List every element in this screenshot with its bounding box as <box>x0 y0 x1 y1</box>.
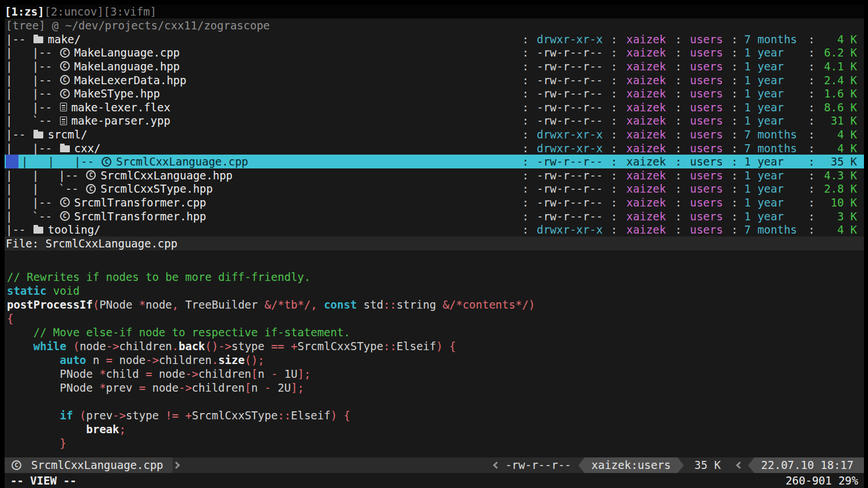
file-size: 10 K <box>821 196 857 209</box>
code-line <box>7 256 864 270</box>
file-mtime: 1 year <box>744 196 802 209</box>
column-separator: : <box>809 155 815 168</box>
column-separator: : <box>611 142 617 155</box>
column-separator: : <box>809 74 815 87</box>
column-separator: : <box>675 87 682 100</box>
tree-prefix: | `-- <box>6 210 59 223</box>
folder-icon <box>33 227 43 234</box>
mode-line: -- VIEW -- 260-901 29% <box>5 473 864 488</box>
column-separator: : <box>611 74 617 87</box>
file-owner: xaizek <box>624 74 669 87</box>
file-perms: drwxr-xr-x <box>535 223 604 236</box>
file-row[interactable]: | |-- CSrcmlTransformer.cpp:-rw-r--r--:x… <box>5 196 864 209</box>
column-separator: : <box>809 142 815 155</box>
tree-prefix: | | `-- <box>6 182 85 195</box>
file-perms: -rw-r--r-- <box>535 87 604 100</box>
file-name: cxx/ <box>74 142 101 155</box>
cpp-icon: C <box>60 61 70 71</box>
tabs-inactive[interactable]: [2:uncov][3:vifm] <box>44 5 156 18</box>
column-separator: : <box>675 196 682 209</box>
column-separator: : <box>675 142 682 155</box>
file-row[interactable]: | |-- CMakeLexerData.hpp:-rw-r--r--:xaiz… <box>5 73 864 87</box>
file-size: 4.1 K <box>821 60 857 73</box>
column-separator: : <box>611 210 617 223</box>
column-separator: : <box>809 114 815 127</box>
column-separator: : <box>611 60 617 73</box>
cpp-icon: C <box>86 184 96 194</box>
file-group: users <box>688 60 725 73</box>
file-owner: xaizek <box>624 155 669 168</box>
column-separator: : <box>675 33 682 46</box>
file-row[interactable]: | |-- make-lexer.flex:-rw-r--r--:xaizek:… <box>5 100 864 114</box>
file-row[interactable]: | |-- CMakeSType.hpp:-rw-r--r--:xaizek:u… <box>5 87 864 100</box>
file-mtime: 1 year <box>744 182 802 195</box>
file-mtime: 1 year <box>744 101 802 114</box>
status-owner-group: xaizek:users <box>585 457 678 473</box>
file-group: users <box>688 114 725 127</box>
file-owner: xaizek <box>624 33 669 46</box>
file-perms: -rw-r--r-- <box>535 210 604 223</box>
file-owner: xaizek <box>624 101 669 114</box>
column-separator: : <box>731 196 738 209</box>
column-separator: : <box>731 74 738 87</box>
status-size: 35 K <box>694 459 721 471</box>
file-perms: -rw-r--r-- <box>535 101 604 114</box>
column-separator: : <box>611 87 617 100</box>
column-separator: : <box>731 87 738 100</box>
column-separator: : <box>522 74 529 87</box>
file-row[interactable]: | | |-- CSrcmlCxxLanguage.hpp:-rw-r--r--… <box>5 168 864 182</box>
column-separator: : <box>675 223 682 236</box>
column-separator: : <box>522 87 529 100</box>
column-separator: : <box>522 33 529 46</box>
column-separator: : <box>675 114 682 127</box>
column-separator: : <box>731 46 738 59</box>
column-separator: : <box>809 196 815 209</box>
status-filename: SrcmlCxxLanguage.cpp <box>31 459 163 471</box>
column-separator: : <box>611 101 617 114</box>
column-separator: : <box>611 46 617 59</box>
file-row[interactable]: |-- tooling/:drwxr-xr-x:xaizek:users:7 m… <box>5 223 864 237</box>
file-row[interactable]: | | |-- CSrcmlCxxLanguage.cpp:-rw-r--r--… <box>5 155 864 168</box>
file-group: users <box>688 101 725 114</box>
preview-pane: // Rewrites if nodes to be more diff-fri… <box>5 250 864 457</box>
tree-prefix: |-- <box>6 128 32 141</box>
column-separator: : <box>611 196 617 209</box>
file-row[interactable]: | `-- make-parser.ypp:-rw-r--r--:xaizek:… <box>5 114 864 128</box>
file-name: make-lexer.flex <box>72 101 171 114</box>
file-perms: drwxr-xr-x <box>535 128 604 141</box>
file-row[interactable]: | | `-- CSrcmlCxxSType.hpp:-rw-r--r--:xa… <box>5 182 864 196</box>
file-name: SrcmlTransformer.hpp <box>74 210 207 223</box>
file-row[interactable]: |-- make/:drwxr-xr-x:xaizek:users:7 mont… <box>5 32 864 46</box>
file-name: make-parser.ypp <box>72 114 171 127</box>
tree-prefix: | |-- <box>6 87 59 100</box>
code-line: postProcessIf(PNode *node, TreeBuilder &… <box>7 298 864 311</box>
file-row[interactable]: | `-- CSrcmlTransformer.hpp:-rw-r--r--:x… <box>5 209 864 223</box>
column-separator: : <box>731 223 738 236</box>
file-row[interactable]: | |-- CMakeLanguage.hpp:-rw-r--r--:xaize… <box>5 59 864 73</box>
mode-indicator: -- VIEW -- <box>10 474 76 487</box>
file-mtime: 7 months <box>744 223 802 236</box>
cpp-icon: C <box>60 197 70 207</box>
file-row[interactable]: | |-- cxx/:drwxr-xr-x:xaizek:users:7 mon… <box>5 141 864 155</box>
file-owner: xaizek <box>624 210 669 223</box>
column-separator: : <box>611 155 617 168</box>
column-separator: : <box>522 101 529 114</box>
file-name: MakeSType.hpp <box>74 87 160 100</box>
file-name: SrcmlCxxSType.hpp <box>100 182 212 195</box>
tree-prefix: | |-- <box>6 101 59 114</box>
file-mtime: 7 months <box>744 33 802 46</box>
file-row[interactable]: | |-- CMakeLanguage.cpp:-rw-r--r--:xaize… <box>5 46 864 60</box>
file-group: users <box>688 128 725 141</box>
file-size: 31 K <box>821 114 857 127</box>
code-line: { <box>7 311 864 325</box>
segment-edge-icon <box>578 457 585 473</box>
column-separator: : <box>809 182 815 195</box>
column-separator: : <box>611 223 617 236</box>
tree-prefix: | | |-- <box>6 169 85 182</box>
file-row[interactable]: |-- srcml/:drwxr-xr-x:xaizek:users:7 mon… <box>5 127 864 141</box>
column-separator: : <box>675 101 682 114</box>
cpp-icon: C <box>86 170 96 180</box>
file-name: SrcmlTransformer.cpp <box>74 196 207 209</box>
tab-zs[interactable]: [1:zs] <box>5 5 44 18</box>
tree-prefix: |-- <box>6 223 32 236</box>
